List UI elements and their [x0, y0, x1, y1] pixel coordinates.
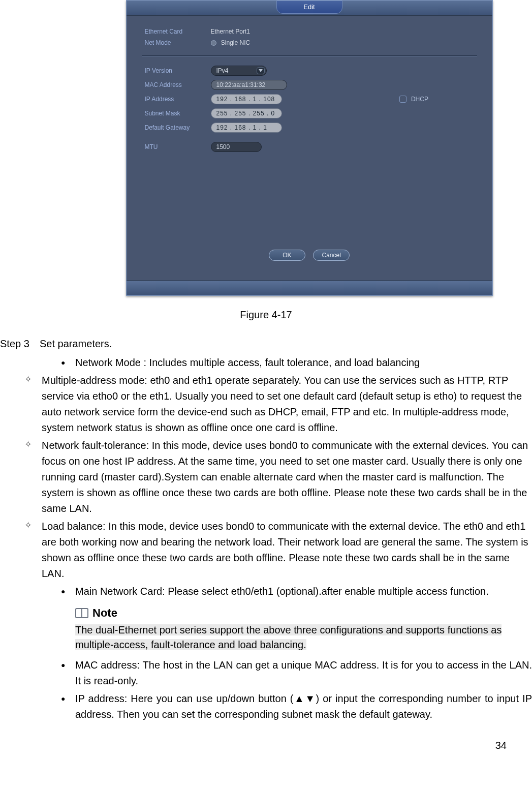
- subnet-label: Subnet Mask: [142, 106, 208, 120]
- mac-value: 10:22:aa:a1:31:32: [216, 81, 266, 88]
- ip-version-label: IP Version: [142, 64, 208, 78]
- chevron-down-icon: [257, 67, 265, 74]
- dialog-title: Edit: [276, 1, 342, 14]
- diamond-multiple-address: Multiple-address mode: eth0 and eth1 ope…: [24, 373, 532, 436]
- step-label: Step 3: [0, 336, 40, 352]
- diamond-load-balance: Load balance: In this mode, device uses …: [24, 519, 532, 582]
- bullet-ip: IP address: Here you can use up/down but…: [61, 691, 532, 722]
- ok-button[interactable]: OK: [269, 250, 305, 261]
- net-mode-value: Single NIC: [221, 39, 250, 46]
- gateway-value: 192 . 168 . 1 . 1: [216, 124, 267, 131]
- net-mode-radio[interactable]: [211, 40, 216, 46]
- bullet-main-card: Main Network Card: Please select eth0/et…: [61, 584, 532, 599]
- book-icon: [75, 608, 88, 618]
- divider: [142, 55, 477, 56]
- dialog-body: Ethernet Card Ethernet Port1 Net Mode Si…: [127, 16, 492, 280]
- mtu-field[interactable]: 1500: [211, 142, 262, 152]
- ip-field[interactable]: 192 . 168 . 1 . 108: [211, 94, 282, 104]
- ethernet-card-label: Ethernet Card: [142, 26, 208, 37]
- ethernet-card-value: Ethernet Port1: [211, 28, 250, 35]
- bullet-network-mode: Network Mode : Includes multiple access,…: [61, 355, 532, 371]
- mtu-value: 1500: [216, 143, 230, 150]
- gateway-field[interactable]: 192 . 168 . 1 . 1: [211, 123, 282, 133]
- subnet-field[interactable]: 255 . 255 . 255 . 0: [211, 108, 282, 118]
- dialog-titlebar: Edit: [127, 1, 492, 16]
- ip-version-select[interactable]: IPv4: [211, 66, 267, 76]
- bullet-mac: MAC address: The host in the LAN can get…: [61, 657, 532, 689]
- page-number: 34: [0, 724, 532, 751]
- subnet-value: 255 . 255 . 255 . 0: [216, 110, 275, 117]
- net-mode-label: Net Mode: [142, 37, 208, 48]
- diamond-fault-tolerance: Network fault-tolerance: In this mode, d…: [24, 438, 532, 517]
- figure-caption: Figure 4-17: [0, 309, 532, 321]
- gateway-label: Default Gateway: [142, 120, 208, 135]
- step-text: Set parameters.: [40, 336, 112, 352]
- note-text: The dual-Ethernet port series support th…: [75, 624, 502, 650]
- cancel-button[interactable]: Cancel: [313, 250, 350, 261]
- ip-label: IP Address: [142, 92, 208, 106]
- note-title: Note: [92, 604, 117, 622]
- ip-value: 192 . 168 . 1 . 108: [216, 96, 275, 103]
- mtu-label: MTU: [142, 135, 208, 154]
- mac-field: 10:22:aa:a1:31:32: [211, 80, 287, 90]
- dhcp-label: DHCP: [411, 96, 428, 103]
- mac-label: MAC Address: [142, 78, 208, 92]
- ip-version-value: IPv4: [216, 67, 229, 74]
- dhcp-checkbox[interactable]: [399, 96, 406, 103]
- dialog-footer: [127, 280, 492, 295]
- edit-dialog: Edit Ethernet Card Ethernet Port1 Net Mo…: [126, 0, 493, 296]
